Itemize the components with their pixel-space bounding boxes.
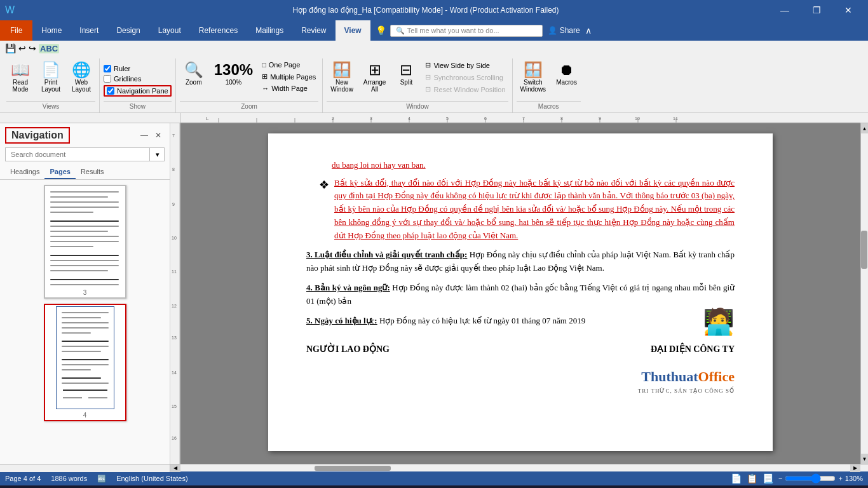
doc-scroll-area[interactable]: du bang loi noi hay van ban. ❖ Bất kỳ sử… bbox=[180, 123, 860, 464]
web-layout-button[interactable]: 🌐 WebLayout bbox=[67, 60, 95, 95]
sync-scroll-button[interactable]: ⊟ Synchronous Scrolling bbox=[423, 72, 508, 83]
svg-text:15: 15 bbox=[172, 404, 177, 409]
page-thumb-3[interactable]: 3 bbox=[44, 185, 126, 299]
reset-window-button[interactable]: ⊡ Reset Window Position bbox=[423, 84, 508, 95]
zalo-button[interactable]: Z bbox=[163, 485, 188, 488]
zoom-out-button[interactable]: − bbox=[778, 475, 782, 482]
macros-icon: ⏺ bbox=[559, 62, 574, 78]
doc-section5: 5. Ngày có hiệu lực: Hợp Đồng này có hiệ… bbox=[306, 315, 735, 328]
lightbulb-icon: 💡 bbox=[376, 25, 386, 36]
vertical-scrollbar[interactable]: ▲ ▼ bbox=[860, 123, 868, 464]
scrollbar-thumb[interactable] bbox=[861, 231, 867, 269]
ribbon-group-window: 🪟 NewWindow ⊞ ArrangeAll ⊟ Split ⊟ View … bbox=[323, 58, 512, 112]
search-taskbar-button[interactable]: 🔍 bbox=[29, 485, 55, 488]
tab-view[interactable]: View bbox=[336, 20, 370, 41]
status-language[interactable]: English (United States) bbox=[116, 475, 188, 482]
nav-pane-checkbox[interactable]: Navigation Pane bbox=[104, 85, 172, 97]
page-width-button[interactable]: ↔ Width Page bbox=[259, 83, 318, 93]
edge-button[interactable]: 🌐 bbox=[83, 485, 108, 488]
svg-text:4: 4 bbox=[408, 116, 410, 121]
photos-button[interactable]: 🖼 bbox=[136, 485, 161, 488]
print-layout-button[interactable]: 📄 PrintLayout bbox=[37, 60, 65, 95]
tab-design[interactable]: Design bbox=[107, 20, 149, 41]
ribbon-collapse-button[interactable]: ∧ bbox=[585, 25, 592, 36]
new-window-icon: 🪟 bbox=[332, 62, 351, 78]
nav-pane-title: Navigation bbox=[5, 127, 70, 144]
svg-text:10: 10 bbox=[635, 116, 640, 121]
tab-review[interactable]: Review bbox=[292, 20, 335, 41]
show-group-label: Show bbox=[104, 101, 172, 111]
taskview-button[interactable]: ⧉ bbox=[56, 485, 81, 488]
page-thumb-4-content bbox=[57, 307, 114, 409]
scrollbar-down-button[interactable]: ▼ bbox=[861, 454, 869, 464]
window-group-label: Window bbox=[327, 101, 508, 111]
split-button[interactable]: ⊟ Split bbox=[392, 60, 420, 88]
switch-windows-button[interactable]: 🪟 SwitchWindows bbox=[517, 60, 550, 95]
nav-tab-headings[interactable]: Headings bbox=[5, 165, 44, 179]
new-window-button[interactable]: 🪟 NewWindow bbox=[327, 60, 357, 95]
ruler-svg: L 2 3 4 5 6 7 8 9 10 11 bbox=[180, 113, 860, 123]
nav-tab-results[interactable]: Results bbox=[76, 165, 109, 179]
print-layout-icon: 📄 bbox=[41, 62, 60, 78]
view-mode-icon2[interactable]: 📋 bbox=[747, 473, 757, 484]
zoom-percent-label[interactable]: 130% bbox=[845, 475, 863, 482]
multiple-pages-button[interactable]: ⊞ Multiple Pages bbox=[259, 71, 318, 82]
view-side-by-side-button[interactable]: ⊟ View Side by Side bbox=[423, 60, 508, 71]
tab-mailings[interactable]: Mailings bbox=[247, 20, 292, 41]
read-mode-button[interactable]: 📖 ReadMode bbox=[6, 60, 34, 95]
h-scroll-thumb[interactable] bbox=[315, 466, 391, 471]
h-scroll-right[interactable]: ▶ bbox=[850, 464, 860, 472]
start-button[interactable]: ⊞ bbox=[3, 485, 28, 488]
page-thumb-4[interactable]: 4 bbox=[44, 304, 126, 421]
nav-pin-button[interactable]: — bbox=[138, 129, 151, 142]
sync-scroll-icon: ⊟ bbox=[425, 73, 431, 81]
scrollbar-track[interactable] bbox=[861, 133, 868, 454]
tab-home[interactable]: Home bbox=[32, 20, 71, 41]
page-thumb-4-inner bbox=[56, 306, 114, 409]
tell-me-input[interactable]: 🔍 Tell me what you want to do... bbox=[390, 25, 543, 37]
undo-quick-btn[interactable]: ↩ bbox=[18, 43, 26, 53]
zoom-in-button[interactable]: + bbox=[838, 475, 842, 482]
zoom-slider[interactable] bbox=[785, 473, 836, 484]
status-page: Page 4 of 4 bbox=[5, 475, 41, 482]
minimize-button[interactable]: — bbox=[770, 0, 799, 20]
scrollbar-corner-top bbox=[860, 113, 868, 123]
zoom-button[interactable]: 🔍 Zoom bbox=[180, 60, 208, 88]
nav-close-button[interactable]: ✕ bbox=[152, 129, 165, 142]
tab-references[interactable]: References bbox=[190, 20, 247, 41]
window-controls: — ❐ ✕ bbox=[770, 0, 863, 20]
zoom-icon: 🔍 bbox=[184, 62, 203, 78]
zoom-controls: − + 130% bbox=[778, 473, 863, 484]
doc-section3: 3. Luật điều chỉnh và giải quyết tranh c… bbox=[306, 248, 735, 275]
macros-button[interactable]: ⏺ Macros bbox=[552, 60, 581, 88]
one-page-button[interactable]: □ One Page bbox=[259, 60, 318, 70]
search-dropdown-button[interactable]: ▾ bbox=[149, 147, 165, 161]
explorer-button[interactable]: 📁 bbox=[109, 485, 135, 488]
doc-intro-text: du bang loi noi hay van ban. bbox=[306, 159, 735, 172]
share-button[interactable]: 👤 Share bbox=[548, 26, 580, 35]
redo-quick-btn[interactable]: ↪ bbox=[29, 43, 36, 53]
spelling-quick-btn[interactable]: ABC bbox=[39, 44, 59, 53]
restore-button[interactable]: ❐ bbox=[802, 0, 831, 20]
h-scroll-track[interactable] bbox=[180, 466, 850, 471]
tab-file[interactable]: File bbox=[0, 20, 32, 41]
h-scrollbar[interactable]: ◀ ▶ bbox=[170, 464, 860, 472]
search-input[interactable] bbox=[5, 147, 165, 161]
ruler-checkbox[interactable]: Ruler bbox=[104, 65, 130, 72]
tab-insert[interactable]: Insert bbox=[71, 20, 107, 41]
arrange-all-button[interactable]: ⊞ ArrangeAll bbox=[360, 60, 390, 95]
view-mode-icon3[interactable]: 📃 bbox=[763, 473, 773, 484]
close-button[interactable]: ✕ bbox=[834, 0, 863, 20]
save-quick-btn[interactable]: 💾 bbox=[5, 43, 16, 53]
read-mode-icon: 📖 bbox=[11, 62, 30, 78]
scrollbar-up-button[interactable]: ▲ bbox=[861, 123, 869, 133]
zoom-100-button[interactable]: 130% 100% bbox=[210, 60, 257, 88]
gridlines-checkbox[interactable]: Gridlines bbox=[104, 75, 141, 83]
nav-tab-pages[interactable]: Pages bbox=[44, 165, 75, 179]
h-scroll-left[interactable]: ◀ bbox=[170, 464, 180, 472]
svg-text:12: 12 bbox=[172, 304, 177, 308]
tab-layout[interactable]: Layout bbox=[149, 20, 190, 41]
word-taskbar-button[interactable]: W bbox=[189, 485, 215, 488]
view-mode-icon1[interactable]: 📄 bbox=[731, 473, 742, 484]
status-proofread-icon[interactable]: 🔤 bbox=[97, 475, 106, 483]
